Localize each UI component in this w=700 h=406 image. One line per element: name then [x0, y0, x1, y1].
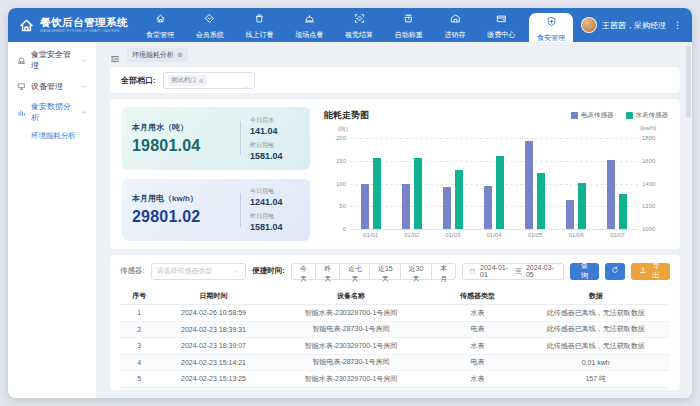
- search-button[interactable]: 查询: [570, 263, 599, 280]
- x-axis-label: 01/05: [515, 232, 556, 238]
- export-button[interactable]: 导出: [631, 263, 670, 280]
- electric-today-value: 1241.04: [250, 197, 300, 207]
- topnav-item-payment-center[interactable]: 缴费中心: [479, 8, 523, 42]
- app-header: 餐饮后台管理系统 MANAGEMENT SYSTEM OF SMART CANT…: [8, 8, 692, 42]
- quick-time-button-2[interactable]: 近七天: [340, 263, 370, 280]
- electric-stat-value: 29801.02: [132, 208, 231, 226]
- bar: [537, 173, 545, 229]
- bar: [496, 156, 504, 229]
- quick-time-button-0[interactable]: 今天: [291, 263, 316, 280]
- tab-label: 环境能耗分析: [132, 50, 174, 60]
- sensor-data-table: 序号日期时间设备名称传感器类型数据12024-02-26 10:58:59智能水…: [120, 287, 670, 390]
- sensor-type-select[interactable]: 请选择传感器类型: [151, 263, 247, 280]
- water-yesterday-value: 1581.04: [250, 151, 300, 161]
- bar: [578, 183, 586, 229]
- auto-weighing-icon: [403, 10, 414, 28]
- logo-house-icon: [18, 17, 35, 34]
- topnav-item-onsite-ordering[interactable]: 现场点餐: [287, 8, 331, 42]
- bar-group-01/03: [432, 138, 473, 229]
- table-row: 32024-02-23 18:39:07智能水表-230329700-1号房间水…: [120, 338, 670, 355]
- water-today-value: 141.04: [250, 126, 300, 136]
- sidebar-item-device-management[interactable]: 设备管理: [8, 73, 96, 99]
- legend-swatch: [626, 112, 633, 119]
- quick-time-button-4[interactable]: 近30天: [401, 263, 432, 280]
- refresh-button[interactable]: [605, 263, 625, 280]
- table-cell: 水表: [434, 374, 522, 384]
- sidebar-item-canteen-safety[interactable]: 食堂安全管理: [8, 47, 96, 73]
- topnav-item-canteen-management[interactable]: 食堂管理: [138, 8, 182, 42]
- bar: [525, 141, 533, 229]
- right-axis-tick: 1000: [642, 226, 655, 232]
- stall-tag: 测试档口 ⊗: [168, 75, 207, 86]
- topnav-label: 进销存: [445, 30, 466, 40]
- table-cell: 智能水表-230329700-1号房间: [269, 308, 434, 318]
- quick-time-button-5[interactable]: 本月: [432, 263, 456, 280]
- table-cell: 智能电表-28730-1号房间: [269, 357, 434, 367]
- left-axis-tick: 150: [336, 158, 346, 164]
- table-cell: 2024-02-23 15:14:21: [159, 359, 269, 366]
- data-table-card: 传感器: 请选择传感器类型 便捷时间: 今天昨天近七天近15天近30天本月: [110, 255, 680, 390]
- tab-env-energy[interactable]: 环境能耗分析 ⊗: [127, 48, 188, 62]
- topnav-label: 现场点餐: [295, 30, 323, 40]
- main-content: 环境能耗分析 ⊗ 全部档口: 测试档口 ⊗: [97, 42, 692, 398]
- topnav-label: 自动称重: [395, 30, 423, 40]
- legend-item[interactable]: 电表传感器: [571, 111, 614, 120]
- topnav-item-food-safety[interactable]: 食安管理: [529, 13, 573, 42]
- table-header-cell: 设备名称: [269, 291, 434, 301]
- table-row: 12024-02-26 10:58:59智能水表-230329700-1号房间水…: [120, 305, 670, 322]
- app-window: 餐饮后台管理系统 MANAGEMENT SYSTEM OF SMART CANT…: [8, 8, 692, 398]
- left-axis-unit: (吨): [338, 125, 348, 134]
- table-filter-row: 传感器: 请选择传感器类型 便捷时间: 今天昨天近七天近15天近30天本月: [120, 262, 670, 280]
- stall-select[interactable]: 测试档口 ⊗: [163, 72, 255, 89]
- close-tab-icon[interactable]: ⊗: [177, 51, 183, 59]
- table-header-cell: 日期时间: [159, 291, 269, 301]
- x-axis-label: 01/07: [597, 232, 638, 238]
- table-cell: 此传感器已离线，无法获取数据: [522, 324, 671, 334]
- collapse-menu-icon[interactable]: [110, 50, 120, 60]
- bar-group-01/07: [597, 138, 638, 229]
- scrollbar[interactable]: [686, 46, 691, 395]
- table-cell: 0.01 kwh: [522, 359, 671, 366]
- table-cell: 3: [120, 342, 159, 349]
- chartbars-icon: [17, 108, 26, 117]
- table-cell: 水表: [434, 341, 522, 351]
- table-cell: 5: [120, 375, 159, 382]
- sidebar-subitem-env-energy-analysis[interactable]: 环境能耗分析: [8, 125, 96, 147]
- topnav-item-auto-weighing[interactable]: 自动称重: [387, 8, 431, 42]
- top-nav: 食堂管理会员系统线上订餐现场点餐视觉结算自动称重进销存缴费中心食安管理: [134, 8, 577, 42]
- table-cell: 2024-02-23 18:39:07: [159, 342, 269, 349]
- canteen-management-icon: [155, 10, 166, 28]
- left-axis-tick: 100: [336, 181, 346, 187]
- topnav-item-visual-checkout[interactable]: 视觉结算: [337, 8, 381, 42]
- tab-bar: 环境能耗分析 ⊗: [110, 47, 680, 62]
- legend-item[interactable]: 水表传感器: [626, 111, 669, 120]
- quick-time-button-1[interactable]: 昨天: [316, 263, 340, 280]
- table-cell: 此传感器已离线，无法获取数据: [522, 341, 671, 351]
- remove-tag-icon[interactable]: ⊗: [199, 77, 204, 84]
- topnav-item-online-ordering[interactable]: 线上订餐: [238, 8, 282, 42]
- scrollbar-thumb[interactable]: [686, 46, 691, 118]
- bar: [484, 186, 492, 229]
- topnav-item-member-system[interactable]: 会员系统: [188, 8, 232, 42]
- table-cell: 2024-02-23 15:13:25: [159, 375, 269, 382]
- calendar-icon: [469, 267, 476, 275]
- right-axis-tick: 1200: [642, 203, 655, 209]
- app-subtitle: MANAGEMENT SYSTEM OF SMART CANTEEN: [40, 29, 119, 33]
- quick-time-button-3[interactable]: 近15天: [370, 263, 401, 280]
- left-axis-tick: 50: [339, 203, 346, 209]
- date-range-picker[interactable]: 2024-01-01 至 2024-03-05: [462, 263, 564, 280]
- table-cell: 智能水表-230329700-1号房间: [269, 341, 434, 351]
- onsite-ordering-icon: [304, 10, 315, 28]
- more-menu-icon[interactable]: ⋮: [671, 20, 684, 30]
- topnav-item-inventory[interactable]: 进销存: [437, 8, 474, 42]
- monitor-icon: [17, 82, 26, 91]
- user-name: 王茜茜，采购经理: [602, 20, 666, 31]
- water-stat-title: 本月用水（吨）: [132, 122, 231, 133]
- export-icon: [639, 266, 647, 276]
- topnav-label: 会员系统: [196, 30, 224, 40]
- inventory-icon: [450, 10, 461, 28]
- sidebar-item-food-safety-analysis[interactable]: 食安数据分析: [8, 99, 96, 125]
- quick-time-label: 便捷时间:: [252, 266, 285, 276]
- topnav-label: 线上订餐: [246, 30, 274, 40]
- user-menu[interactable]: 王茜茜，采购经理 ⋮: [577, 8, 684, 42]
